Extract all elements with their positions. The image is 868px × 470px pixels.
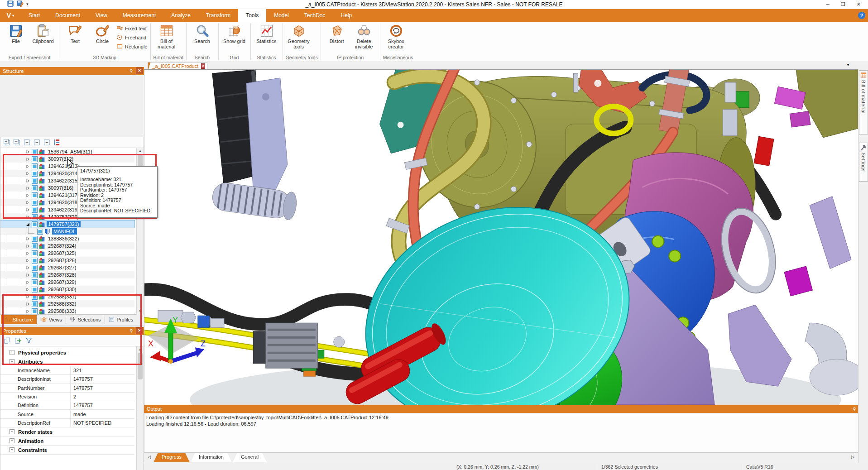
tree-item[interactable]: 292687(325): [0, 249, 134, 257]
property-row[interactable]: Definition1479757: [0, 401, 134, 410]
visibility-checkbox[interactable]: [32, 207, 38, 213]
visibility-checkbox[interactable]: [32, 287, 38, 293]
expand-arrow-icon[interactable]: [25, 258, 30, 263]
visibility-checkbox[interactable]: [32, 171, 38, 177]
expand-arrow-icon[interactable]: [25, 149, 30, 154]
expand-arrow-icon[interactable]: [25, 309, 30, 313]
visibility-checkbox[interactable]: [32, 308, 38, 314]
minimize-button[interactable]: ─: [820, 0, 835, 9]
expand-arrow-icon[interactable]: [25, 273, 30, 277]
menu-item-transform[interactable]: Transform: [198, 9, 238, 22]
tree-item[interactable]: 292588(332): [0, 300, 134, 307]
document-tab[interactable]: _a_I005.CATProduct ✕: [148, 62, 207, 69]
search-button[interactable]: Search: [189, 23, 216, 44]
property-row[interactable]: InstanceName321: [0, 366, 134, 375]
expand-arrow-icon[interactable]: [25, 294, 30, 299]
restore-button[interactable]: ❐: [835, 0, 851, 9]
expand-box-icon[interactable]: +: [10, 429, 14, 434]
tab-profiles[interactable]: Profiles: [105, 315, 137, 324]
expand-arrow-icon[interactable]: [25, 200, 30, 205]
menu-item-model[interactable]: Model: [266, 9, 297, 22]
tab-views[interactable]: Views: [37, 315, 66, 324]
tree-item[interactable]: 292687(329): [0, 278, 134, 286]
freehand-button[interactable]: Freehand: [116, 34, 148, 41]
visibility-checkbox[interactable]: [32, 301, 38, 307]
bottom-tab-general[interactable]: General: [233, 453, 267, 462]
bottom-tab-information[interactable]: Information: [191, 453, 232, 462]
visibility-checkbox[interactable]: [37, 229, 43, 235]
menu-item-analyze[interactable]: Analyze: [163, 9, 198, 22]
expand-arrow-icon[interactable]: [25, 164, 30, 168]
filter-icon[interactable]: [25, 337, 33, 345]
expand-arrow-icon[interactable]: [25, 287, 30, 292]
visibility-checkbox[interactable]: [32, 163, 38, 169]
expand-arrow-icon[interactable]: [25, 265, 30, 270]
tab-structure[interactable]: Structure: [1, 315, 37, 324]
tab-selections[interactable]: Selections: [66, 315, 105, 324]
expand-arrow-icon[interactable]: [25, 193, 30, 197]
visibility-checkbox[interactable]: [32, 279, 38, 285]
visibility-checkbox[interactable]: [32, 214, 38, 220]
skybox-creator-button[interactable]: Skybox creator: [383, 23, 409, 49]
file-button[interactable]: File: [3, 23, 29, 44]
visibility-checkbox[interactable]: [32, 272, 38, 278]
tree-item[interactable]: 1479757(321): [0, 221, 134, 228]
distort-button[interactable]: Distort: [324, 23, 350, 44]
visibility-checkbox[interactable]: [32, 200, 38, 206]
isolate-icon[interactable]: [43, 139, 51, 146]
tab-scroll-right-icon[interactable]: ▷: [851, 455, 854, 459]
statistics-button[interactable]: Statistics: [254, 23, 280, 44]
3d-viewport[interactable]: X Y Z: [144, 69, 858, 405]
collapse-box-icon[interactable]: −: [10, 359, 14, 364]
expand-arrow-icon[interactable]: [25, 302, 30, 306]
menu-item-techdoc[interactable]: TechDoc: [297, 9, 333, 22]
bill-of-material-button[interactable]: Bill of material: [153, 23, 180, 49]
visibility-checkbox[interactable]: [32, 178, 38, 184]
visibility-checkbox[interactable]: [32, 192, 38, 198]
property-row[interactable]: Revision2: [0, 393, 134, 401]
property-row[interactable]: PartNumber1479757: [0, 384, 134, 393]
app-menu-button[interactable]: V▾: [0, 9, 21, 22]
close-icon[interactable]: ✕: [136, 67, 143, 74]
visibility-checkbox[interactable]: [32, 250, 38, 256]
filter-list-icon[interactable]: [53, 139, 61, 146]
menu-item-document[interactable]: Document: [48, 9, 88, 22]
tree-item[interactable]: 292687(328): [0, 271, 134, 278]
pin-icon[interactable]: ⚲: [128, 327, 135, 334]
expand-arrow-icon[interactable]: [25, 178, 30, 183]
tree-item[interactable]: 292687(327): [0, 264, 134, 271]
geometry-tools-button[interactable]: Geometry tools: [286, 23, 312, 49]
help-icon[interactable]: ?: [858, 12, 865, 19]
tree-item[interactable]: MANIFOL: [0, 228, 134, 235]
expand-box-icon[interactable]: +: [10, 350, 14, 355]
menu-item-view[interactable]: View: [88, 9, 115, 22]
visibility-checkbox[interactable]: [32, 265, 38, 271]
visibility-checkbox[interactable]: [32, 185, 38, 191]
text-button[interactable]: Text: [62, 23, 88, 44]
expand-arrow-icon[interactable]: [25, 236, 30, 241]
expand-icon[interactable]: [23, 139, 31, 146]
pin-icon[interactable]: ⚲: [851, 406, 858, 412]
pin-icon[interactable]: ⚲: [128, 67, 135, 74]
tree-item[interactable]: 1388836(322): [0, 235, 134, 242]
tab-scroll-left-icon[interactable]: ◁: [148, 455, 151, 459]
menu-item-tools[interactable]: Tools: [238, 9, 266, 22]
property-section-physical-properties[interactable]: +Physical properties: [0, 348, 134, 357]
bottom-tab-progress[interactable]: Progress: [153, 453, 190, 462]
expand-all-icon[interactable]: [3, 139, 11, 146]
tree-item[interactable]: 292687(324): [0, 242, 134, 249]
circle-button[interactable]: Circle: [89, 23, 115, 44]
property-section-attributes[interactable]: −Attributes: [0, 357, 134, 366]
tree-item[interactable]: 292687(330): [0, 286, 134, 293]
tree-item[interactable]: 292588(331): [0, 293, 134, 300]
property-row[interactable]: DescriptionInst1479757: [0, 375, 134, 384]
clipboard-button[interactable]: Clipboard: [30, 23, 56, 44]
menu-item-start[interactable]: Start: [21, 9, 48, 22]
expand-arrow-icon[interactable]: [25, 251, 30, 255]
tree-item[interactable]: 292588(333): [0, 307, 134, 315]
property-section-constraints[interactable]: +Constraints: [0, 446, 134, 455]
expand-arrow-icon[interactable]: [25, 207, 30, 212]
collapse-arrow-icon[interactable]: [25, 222, 30, 226]
copy-icon[interactable]: [3, 337, 11, 345]
property-row[interactable]: DescriptionRefNOT SPECIFIED: [0, 419, 134, 427]
